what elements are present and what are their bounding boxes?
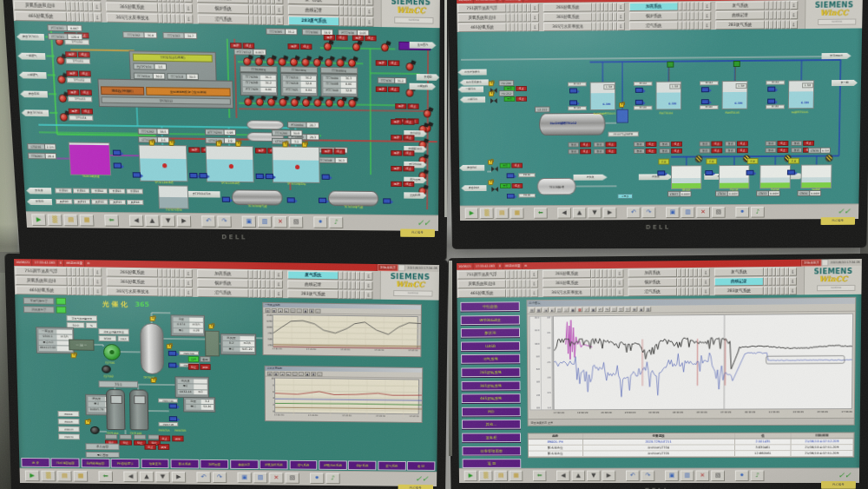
status-box[interactable]: P910B [518,194,535,198]
menu-button[interactable]: 沼气系统 [289,460,318,470]
nav-button[interactable]: 365好氧系统 [107,277,159,287]
status-box[interactable]: 可燃气体报警 [23,297,55,304]
pump-icon[interactable] [348,59,356,68]
nav-down-arrow-icon[interactable]: ⇩ [365,17,373,26]
alarm-icon[interactable] [822,259,829,266]
trend-toolbar-button[interactable]: ◆ [638,307,644,312]
status-box[interactable]: 自动 [791,148,802,153]
nav-button[interactable]: 沼气系统 [197,14,249,24]
toolbar-button[interactable]: ▼ [587,471,601,481]
status-box[interactable]: 停止 [711,148,722,153]
trend-toolbar-button[interactable]: □ [293,372,298,376]
status-box[interactable]: 可燃气体报警设定 [66,315,97,321]
pump-icon[interactable] [424,109,431,118]
status-box[interactable]: 停止 [403,182,414,187]
toolbar-button[interactable]: ▒ [41,471,56,482]
nav-button[interactable]: 废气系统 [714,268,764,276]
status-box[interactable]: 禁止 [119,440,132,446]
status-box[interactable]: F-8 [747,158,759,164]
nav-down-arrow-icon[interactable]: ⇩ [274,270,282,279]
trend-toolbar-button[interactable]: ⌕ [563,307,569,313]
menu-button[interactable]: 曲线记录 [230,459,259,469]
toolbar-button[interactable]: ↶ [201,215,216,228]
nav-button[interactable]: 283废气系统 [715,20,765,30]
status-box[interactable]: 1.5M [603,84,615,89]
status-box[interactable]: 远程 [67,89,79,96]
status-box[interactable]: F-8 [658,159,669,165]
trend-toolbar-button[interactable]: ⌕ [297,308,302,313]
nav-button[interactable]: 751调节池及气浮 [15,267,67,276]
blue-pump-icon[interactable] [507,194,515,199]
nav-down-arrow-icon[interactable]: ⇩ [530,269,538,278]
trend-toolbar-button[interactable]: ▦ [536,307,542,313]
nav-button[interactable]: 365污水及事故池 [106,12,159,23]
status-box[interactable]: 1.5M [802,83,813,88]
sidebar-button[interactable]: 365好氧系统 [461,380,520,390]
nav-down-arrow-icon[interactable]: ⇩ [531,13,539,22]
trend-toolbar-button[interactable]: ◄ [542,307,549,313]
toolbar-button[interactable]: ↷ [217,215,232,228]
status-box[interactable]: 停止 [388,60,399,66]
trend-toolbar-button[interactable]: ► [549,307,556,313]
status-box[interactable]: 远程 [376,86,387,92]
trend-toolbar-button[interactable]: ⌕ [299,372,304,376]
status-box[interactable]: 停止 [243,43,255,49]
status-box[interactable]: 停止 [79,70,91,76]
nav-down-arrow-icon[interactable]: ⇩ [365,0,373,5]
toolbar-button[interactable]: ▤ [494,471,508,481]
blue-pump-icon[interactable] [767,99,775,104]
blue-pump-icon[interactable] [287,197,295,202]
sidebar-button[interactable]: 沼气系统 [461,354,520,364]
blue-pump-icon[interactable] [569,88,577,93]
status-box[interactable]: F-8 [706,158,717,164]
nav-button[interactable]: 265好氧系统 [542,269,591,278]
toolbar-button[interactable]: ▥ [258,216,272,228]
toolbar-button[interactable]: ▤ [495,208,509,219]
nav-button[interactable]: 曲线记录 [714,277,764,286]
toolbar-button[interactable]: ◀ [123,472,138,483]
toolbar-button[interactable]: ▥ [253,472,267,484]
pump-icon[interactable] [381,43,389,52]
blue-pump-icon[interactable] [113,150,122,155]
status-box[interactable]: 停止 [300,43,312,50]
pump-icon[interactable] [58,94,67,102]
status-box[interactable]: 长廊93 [108,188,126,194]
status-box[interactable]: 自动 [791,141,802,146]
valve-icon[interactable] [490,98,494,103]
toolbar-button[interactable]: ♪ [326,473,339,485]
status-box[interactable]: 风机92 [91,199,108,204]
trend-toolbar-button[interactable]: ⚐ [625,307,631,312]
blue-pump-icon[interactable] [635,88,643,93]
nav-button[interactable]: 沼气系统 [197,287,248,297]
status-box[interactable]: 风机93 [108,199,126,204]
nav-button[interactable]: 283废气系统 [714,286,764,294]
toolbar-button[interactable]: ♪ [751,207,765,218]
status-box[interactable]: 开启 [500,183,511,188]
toolbar-button[interactable]: ▦ [510,471,523,481]
nav-down-arrow-icon[interactable]: ⇩ [94,287,102,295]
menu-button[interactable]: 好氧加药系统 [260,460,288,470]
nav-down-arrow-icon[interactable]: ⇩ [615,268,623,277]
status-box[interactable]: 远程 [255,148,266,154]
black-pump-icon[interactable] [90,426,100,434]
nav-button[interactable]: 751调节池及气浮 [457,270,506,279]
nav-down-arrow-icon[interactable]: ⇩ [617,22,625,30]
trend-toolbar-button[interactable]: ● [303,308,308,313]
trend-toolbar-button[interactable]: ◄ [278,308,283,313]
trend-toolbar-button[interactable]: ↶ [597,307,603,312]
toolbar-button[interactable]: ▶ [603,208,617,219]
trend-toolbar-button[interactable]: ▦ [273,372,279,376]
toolbar-button[interactable]: ▤ [63,215,78,227]
status-box[interactable]: 停止 [407,103,418,109]
nav-button[interactable]: 365污水及事故池 [542,287,591,296]
status-box[interactable]: 自动 [568,149,579,154]
sidebar-button[interactable]: 调节池&进水 [461,314,520,324]
nav-button[interactable]: 加药系统 [628,268,677,277]
pump-icon[interactable] [302,98,310,107]
pump-icon[interactable] [291,98,299,107]
pump-icon[interactable] [405,89,413,97]
blue-pump-icon[interactable] [507,173,515,178]
menu-button[interactable]: 信息查询 [141,459,169,468]
sidebar-button[interactable]: 配水池 [461,328,520,338]
status-box[interactable]: 远程 [391,182,402,187]
